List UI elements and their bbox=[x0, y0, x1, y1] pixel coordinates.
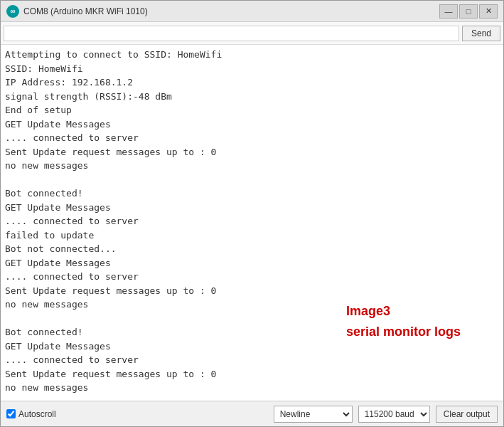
main-window: ∞ COM8 (Arduino MKR WiFi 1010) — □ ✕ Sen… bbox=[0, 0, 504, 427]
autoscroll-label[interactable]: Autoscroll bbox=[6, 409, 56, 419]
title-left: ∞ COM8 (Arduino MKR WiFi 1010) bbox=[6, 5, 148, 18]
maximize-button[interactable]: □ bbox=[459, 4, 478, 19]
newline-dropdown[interactable]: Newline No line ending Carriage return B… bbox=[274, 406, 353, 423]
title-controls: — □ ✕ bbox=[439, 4, 498, 19]
message-input[interactable] bbox=[4, 26, 459, 41]
send-button[interactable]: Send bbox=[462, 26, 500, 41]
monitor-text: Attempting to connect to SSID: HomeWifi … bbox=[5, 48, 499, 401]
serial-monitor-output[interactable]: Attempting to connect to SSID: HomeWifi … bbox=[1, 45, 503, 401]
clear-output-button[interactable]: Clear output bbox=[436, 406, 498, 423]
baud-rate-dropdown[interactable]: 115200 baud 300 baud 9600 baud bbox=[358, 406, 430, 423]
status-bar: Autoscroll Newline No line ending Carria… bbox=[1, 401, 503, 426]
toolbar: Send bbox=[1, 22, 503, 45]
close-button[interactable]: ✕ bbox=[479, 4, 498, 19]
title-bar: ∞ COM8 (Arduino MKR WiFi 1010) — □ ✕ bbox=[1, 1, 503, 22]
arduino-logo-icon: ∞ bbox=[6, 5, 19, 18]
window-title: COM8 (Arduino MKR WiFi 1010) bbox=[23, 6, 148, 16]
minimize-button[interactable]: — bbox=[439, 4, 458, 19]
autoscroll-text: Autoscroll bbox=[18, 409, 56, 419]
autoscroll-checkbox[interactable] bbox=[6, 409, 16, 418]
